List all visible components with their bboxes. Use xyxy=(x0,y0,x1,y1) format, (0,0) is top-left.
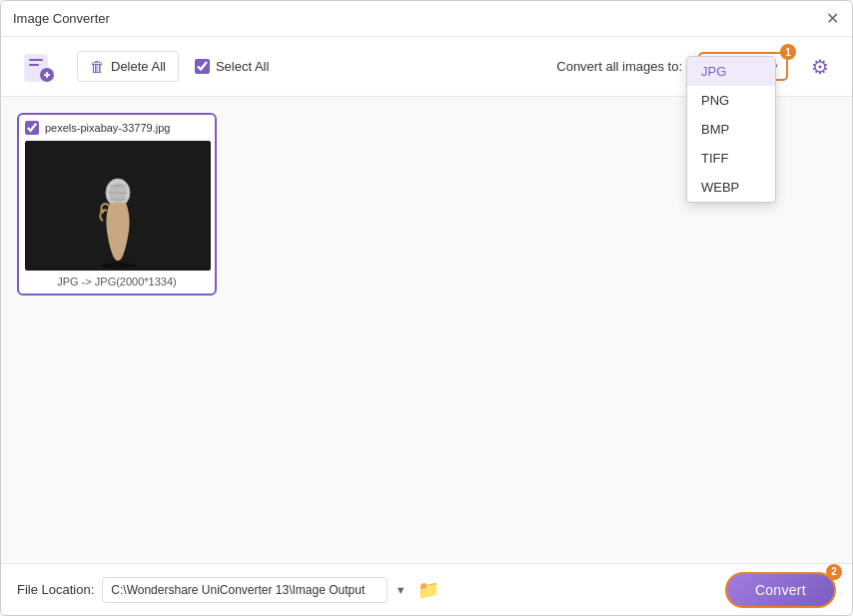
delete-all-button[interactable]: 🗑 Delete All xyxy=(77,51,179,82)
format-option-bmp[interactable]: BMP xyxy=(687,115,775,144)
format-option-tiff[interactable]: TIFF xyxy=(687,144,775,173)
select-all-label[interactable]: Select All xyxy=(195,59,269,74)
file-location-label: File Location: xyxy=(17,582,94,597)
image-checkbox[interactable] xyxy=(25,121,39,135)
close-button[interactable]: ✕ xyxy=(824,11,840,27)
file-location-input[interactable] xyxy=(102,577,387,603)
settings-button[interactable]: ⚙ xyxy=(804,51,836,83)
window-title: Image Converter xyxy=(13,11,110,26)
svg-rect-5 xyxy=(46,72,48,78)
folder-icon: 📁 xyxy=(418,579,439,601)
convert-btn-wrapper: Convert 2 xyxy=(725,572,836,608)
title-bar: Image Converter ✕ xyxy=(1,1,852,37)
trash-icon: 🗑 xyxy=(90,58,105,75)
settings-icon: ⚙ xyxy=(811,55,829,79)
main-window: Image Converter ✕ 🗑 Delete All Select Al… xyxy=(0,0,853,616)
add-image-button[interactable] xyxy=(17,45,61,89)
svg-point-13 xyxy=(100,263,136,269)
format-dropdown-overlay: JPG PNG BMP TIFF WEBP xyxy=(686,56,776,203)
convert-badge: 2 xyxy=(826,564,842,580)
file-dropdown-arrow-icon[interactable]: ▼ xyxy=(396,584,407,596)
svg-rect-2 xyxy=(29,64,39,66)
image-filename: pexels-pixabay-33779.jpg xyxy=(45,122,170,134)
format-option-png[interactable]: PNG xyxy=(687,86,775,115)
footer: File Location: ▼ 📁 Convert 2 xyxy=(1,563,852,615)
svg-rect-1 xyxy=(29,59,43,61)
image-card: pexels-pixabay-33779.jpg xyxy=(17,113,217,296)
select-all-checkbox[interactable] xyxy=(195,59,210,74)
convert-all-label: Convert all images to: xyxy=(556,59,682,74)
format-option-webp[interactable]: WEBP xyxy=(687,173,775,202)
image-card-header: pexels-pixabay-33779.jpg xyxy=(25,121,209,135)
delete-all-label: Delete All xyxy=(111,59,166,74)
convert-button[interactable]: Convert xyxy=(725,572,836,608)
format-badge: 1 xyxy=(780,44,796,60)
format-option-jpg[interactable]: JPG xyxy=(687,57,775,86)
image-info: JPG -> JPG(2000*1334) xyxy=(25,276,209,288)
browse-folder-button[interactable]: 📁 xyxy=(415,576,442,604)
select-all-text: Select All xyxy=(216,59,269,74)
image-preview xyxy=(25,141,211,271)
